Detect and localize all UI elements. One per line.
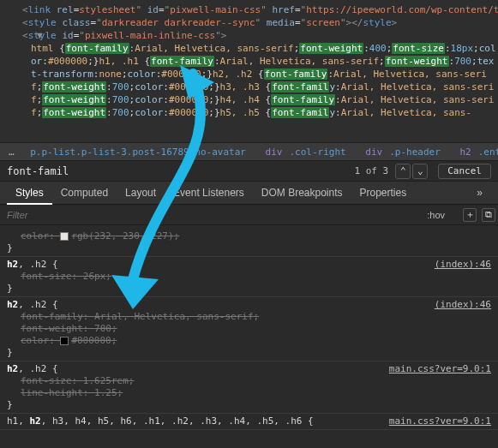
source-link[interactable]: main.css?ver=9.0:1 — [389, 363, 491, 375]
color-swatch-icon[interactable] — [60, 232, 69, 241]
crumb-item[interactable]: div.p-header — [362, 146, 443, 158]
tabs-overflow-button[interactable]: » — [468, 182, 491, 204]
hov-toggle[interactable]: :hov — [422, 205, 450, 224]
styles-filter-bar: :hov ＋ ⧉ — [0, 205, 498, 225]
search-input[interactable] — [7, 165, 350, 177]
styles-tabs: Styles Computed Layout Event Listeners D… — [0, 182, 498, 205]
computed-sidebar-toggle[interactable]: ⧉ — [482, 208, 495, 222]
crumb-item[interactable]: div.col-right — [262, 146, 350, 158]
breadcrumb[interactable]: … p.p-list.p-list-3.post-16789.no-avatar… — [0, 142, 498, 161]
cls-toggle[interactable] — [450, 205, 460, 224]
style-rule[interactable]: (index):46 h2, .h2 { font-family: Arial,… — [0, 297, 498, 361]
crumb-item[interactable]: p.p-list.p-list-3.post-16789.no-avatar — [27, 146, 249, 158]
style-rule[interactable]: color: rgb(232, 230, 227); } — [0, 229, 498, 257]
code-line: <style class="darkreader darkreader--syn… — [22, 16, 498, 29]
styles-rules-pane[interactable]: color: rgb(232, 230, 227); } (index):46 … — [0, 225, 498, 448]
tab-dom-breakpoints[interactable]: DOM Breakpoints — [253, 182, 351, 204]
inline-css-preview[interactable]: html {font-family:Arial, Helvetica, sans… — [22, 42, 498, 119]
new-style-rule-button[interactable]: ＋ — [463, 208, 477, 222]
color-swatch-icon[interactable] — [60, 337, 69, 345]
rule-selector[interactable]: h2, .h2 { — [7, 299, 491, 311]
source-link[interactable]: (index):46 — [435, 259, 491, 271]
style-rule[interactable]: (index):46 h2, .h2 { font-size: 26px; } — [0, 257, 498, 297]
source-link[interactable]: main.css?ver=9.0:1 — [389, 415, 491, 427]
search-bar: 1 of 3 ⌃ ⌄ Cancel — [0, 161, 498, 182]
source-link[interactable]: (index):46 — [435, 299, 491, 311]
style-rule[interactable]: main.css?ver=9.0:1 h2, .h2 { font-size: … — [0, 361, 498, 414]
crumb-ellipsis[interactable]: … — [9, 146, 15, 158]
style-rule[interactable]: main.css?ver=9.0:1 h1, h2, h3, h4, h5, h… — [0, 414, 498, 430]
tab-event-listeners[interactable]: Event Listeners — [165, 182, 253, 204]
tab-layout[interactable]: Layout — [117, 182, 165, 204]
declaration[interactable]: color: #000000; — [7, 335, 491, 347]
disclosure-triangle-icon[interactable]: ▼ — [37, 29, 43, 42]
declaration[interactable]: font-weight: 700; — [7, 323, 491, 335]
declaration[interactable]: line-height: 1.25; — [7, 387, 491, 399]
tab-computed[interactable]: Computed — [52, 182, 117, 204]
tab-styles[interactable]: Styles — [7, 182, 52, 205]
tab-properties[interactable]: Properties — [351, 182, 416, 204]
crumb-item[interactable]: h2.entry-title — [456, 146, 498, 158]
declaration[interactable]: font-size: 1.625rem; — [7, 375, 491, 387]
code-line: <link rel=stylesheet" id="pixwell-main-c… — [22, 3, 498, 16]
search-next-button[interactable]: ⌄ — [412, 164, 428, 179]
rule-selector[interactable]: h2, .h2 { — [7, 259, 491, 271]
search-prev-button[interactable]: ⌃ — [395, 164, 411, 179]
declaration[interactable]: font-family: Arial, Helvetica, sans-seri… — [7, 311, 491, 323]
styles-filter-input[interactable] — [0, 210, 422, 220]
code-line-expanded[interactable]: ▼<style id="pixwell-main-inline-css"> — [22, 29, 498, 42]
declaration[interactable]: font-size: 26px; — [7, 271, 491, 283]
search-result-count: 1 of 3 — [355, 165, 389, 176]
elements-source-pane[interactable]: <link rel=stylesheet" id="pixwell-main-c… — [0, 0, 498, 142]
cancel-button[interactable]: Cancel — [438, 164, 491, 179]
